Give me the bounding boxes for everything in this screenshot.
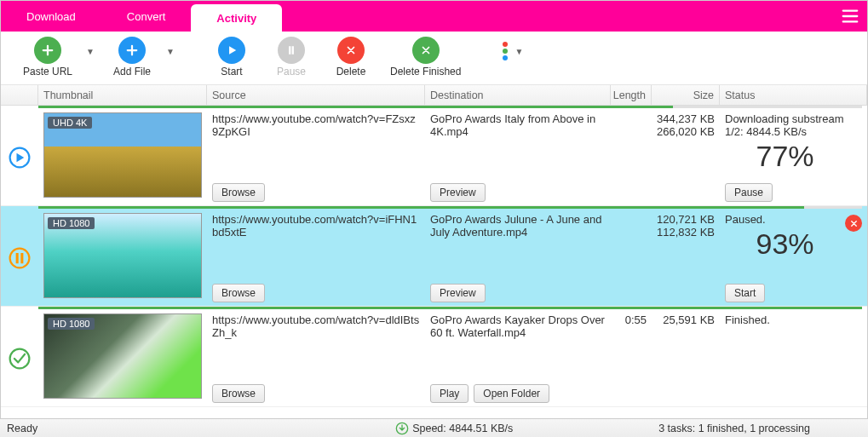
start-label: Start — [221, 66, 242, 78]
quality-badge: HD 1080 — [48, 217, 95, 229]
progress-percent: 77% — [725, 140, 862, 173]
row-pause-button[interactable]: Pause — [725, 183, 773, 202]
delete-finished-label: Delete Finished — [390, 66, 461, 78]
header-thumbnail[interactable]: Thumbnail — [38, 85, 207, 105]
top-tabbar: Download Convert Activity — [1, 1, 867, 32]
status-speed: Speed: 4844.51 KB/s — [412, 423, 513, 434]
status-ready: Ready — [7, 423, 37, 434]
tab-activity[interactable]: Activity — [191, 4, 282, 32]
task-list: UHD 4K https://www.youtube.com/watch?v=F… — [1, 106, 867, 428]
table-row[interactable]: HD 1080 https://www.youtube.com/watch?v=… — [1, 307, 867, 407]
status-text: Downloading substream 1/2: 4844.5 KB/s — [725, 112, 862, 138]
destination-text: GoPro Awards Kayaker Drops Over 60 ft. W… — [430, 313, 606, 339]
thumbnail-image: HD 1080 — [43, 313, 202, 399]
preview-button[interactable]: Preview — [430, 183, 486, 202]
thumbnail-image: UHD 4K — [43, 112, 202, 198]
svg-point-1 — [10, 248, 30, 267]
browse-button[interactable]: Browse — [212, 183, 265, 202]
length-text: 0:55 — [611, 310, 652, 406]
play-button[interactable]: Play — [430, 384, 468, 403]
menu-icon[interactable] — [833, 1, 867, 32]
close-icon[interactable] — [845, 215, 862, 232]
source-url: https://www.youtube.com/watch?v=FZsxz9Zp… — [212, 112, 420, 138]
size-bytes: 120,721 KB — [657, 213, 715, 226]
browse-button[interactable]: Browse — [212, 384, 265, 403]
status-bar: Ready Speed: 4844.51 KB/s 3 tasks: 1 fin… — [0, 418, 868, 437]
paste-url-dropdown[interactable]: ▼ — [86, 47, 98, 56]
pause-label: Pause — [277, 66, 306, 78]
table-row[interactable]: UHD 4K https://www.youtube.com/watch?v=F… — [1, 106, 867, 206]
header-destination[interactable]: Destination — [425, 85, 611, 105]
size-bytes: 25,591 KB — [657, 313, 715, 326]
header-size[interactable]: Size — [652, 85, 720, 105]
delete-label: Delete — [336, 66, 366, 78]
table-header: Thumbnail Source Destination Length Size… — [1, 85, 867, 106]
paste-url-button[interactable]: Paste URL — [18, 35, 78, 79]
check-icon — [8, 347, 32, 371]
add-file-dropdown[interactable]: ▼ — [166, 47, 178, 56]
view-options-icon — [499, 37, 511, 66]
length-text — [611, 210, 652, 306]
header-status[interactable]: Status — [720, 85, 867, 105]
start-button[interactable]: Start — [206, 35, 257, 79]
size-bytes: 344,237 KB — [657, 112, 715, 125]
quality-badge: HD 1080 — [48, 318, 95, 330]
add-file-label: Add File — [113, 66, 151, 78]
delete-button[interactable]: Delete — [325, 35, 377, 79]
status-text: Finished. — [725, 313, 862, 326]
preview-button[interactable]: Preview — [430, 284, 486, 302]
destination-text: GoPro Awards Italy from Above in 4K.mp4 — [430, 112, 606, 138]
source-url: https://www.youtube.com/watch?v=dldIBtsZ… — [212, 313, 420, 339]
view-options-button[interactable]: ▼ — [494, 35, 528, 67]
status-tasks: 3 tasks: 1 finished, 1 processing — [658, 423, 810, 434]
pause-button[interactable]: Pause — [266, 35, 317, 79]
svg-point-2 — [10, 348, 30, 368]
progress-percent: 93% — [725, 227, 862, 261]
paste-url-label: Paste URL — [23, 66, 72, 78]
delete-finished-button[interactable]: Delete Finished — [385, 35, 466, 79]
row-start-button[interactable]: Start — [725, 284, 765, 302]
tab-download[interactable]: Download — [1, 1, 101, 32]
quality-badge: UHD 4K — [48, 117, 92, 129]
add-file-button[interactable]: Add File — [106, 35, 158, 79]
toolbar: Paste URL ▼ Add File ▼ Start Pause Delet… — [1, 32, 867, 85]
thumbnail-image: HD 1080 — [43, 213, 202, 298]
header-source[interactable]: Source — [207, 85, 425, 105]
pause-icon — [8, 246, 32, 270]
download-icon — [395, 422, 409, 435]
size-downloaded: 266,020 KB — [657, 125, 715, 138]
source-url: https://www.youtube.com/watch?v=iFHN1bd5… — [212, 213, 420, 239]
tab-convert[interactable]: Convert — [101, 1, 192, 32]
play-icon — [8, 146, 32, 170]
header-length[interactable]: Length — [611, 85, 652, 105]
table-row[interactable]: HD 1080 https://www.youtube.com/watch?v=… — [1, 206, 867, 307]
open-folder-button[interactable]: Open Folder — [474, 384, 549, 403]
status-text: Paused. — [725, 213, 862, 226]
destination-text: GoPro Awards Julune - A June and July Ad… — [430, 213, 606, 239]
browse-button[interactable]: Browse — [212, 284, 265, 302]
size-downloaded: 112,832 KB — [657, 226, 715, 239]
length-text — [611, 109, 652, 205]
